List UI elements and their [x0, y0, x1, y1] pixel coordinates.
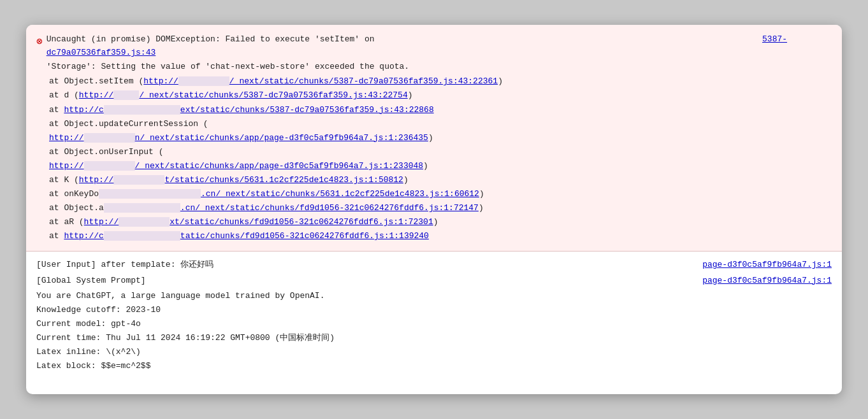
user-input-source-link[interactable]: page-d3f0c5af9fb964a7.js:1 — [702, 258, 832, 272]
stack-line-11: at aR (http://xt/static/chunks/fd9d1056-… — [49, 215, 832, 229]
system-prompt-content: You are ChatGPT, a large language model … — [36, 289, 832, 374]
error-section: ⊗ Uncaught (in promise) DOMException: Fa… — [26, 25, 842, 252]
error-message-line2: 'Storage': Setting the value of 'chat-ne… — [47, 62, 410, 71]
log-row-system-prompt-header: [Global System Prompt] page-d3f0c5af9fb9… — [36, 274, 832, 288]
log-content-system-prompt-header: [Global System Prompt] — [36, 274, 692, 288]
stack-line-6: at Object.onUserInput ( — [49, 145, 832, 159]
stack-link-5[interactable]: http://n/_next/static/chunks/app/page-d3… — [49, 133, 428, 143]
error-header: ⊗ Uncaught (in promise) DOMException: Fa… — [36, 32, 832, 73]
stack-line-5: http://n/_next/static/chunks/app/page-d3… — [49, 131, 832, 145]
stack-line-3: at http://cext/static/chunks/5387-dc79a0… — [49, 103, 832, 117]
log-section: [User Input] after template: 你还好吗 page-d… — [26, 252, 842, 380]
stack-line-12: at http://ctatic/chunks/fd9d1056-321c062… — [49, 229, 832, 243]
user-input-value: 你还好吗 — [180, 260, 213, 269]
system-prompt-source-link[interactable]: page-d3f0c5af9fb964a7.js:1 — [702, 274, 832, 288]
console-panel: ⊗ Uncaught (in promise) DOMException: Fa… — [26, 25, 842, 394]
system-prompt-label: [Global System Prompt] — [36, 276, 146, 285]
stack-line-1: at Object.setItem (http:///_next/static/… — [49, 75, 832, 89]
error-main-text: Uncaught (in promise) DOMException: Fail… — [47, 32, 832, 73]
user-input-label: [User Input] after template: — [36, 260, 175, 269]
error-icon: ⊗ — [36, 33, 43, 50]
stack-line-7: http:///_next/static/chunks/app/page-d3f… — [49, 159, 832, 173]
stack-link-3[interactable]: http://cext/static/chunks/5387-dc79a0753… — [64, 105, 433, 115]
stack-link-2[interactable]: http:///_next/static/chunks/5387-dc79a07… — [79, 90, 408, 100]
stack-line-9: at onKeyDo.cn/_next/static/chunks/5631.1… — [49, 187, 832, 201]
stack-link-11[interactable]: http://xt/static/chunks/fd9d1056-321c062… — [84, 217, 433, 227]
stack-trace: at Object.setItem (http:///_next/static/… — [36, 75, 832, 243]
stack-line-8: at K (http://t/static/chunks/5631.1c2cf2… — [49, 173, 832, 187]
stack-link-10[interactable]: .cn/_next/static/chunks/fd9d1056-321c062… — [104, 203, 479, 213]
stack-link-9[interactable]: .cn/_next/static/chunks/5631.1c2cf225de1… — [99, 189, 479, 199]
stack-link-1[interactable]: http:///_next/static/chunks/5387-dc79a07… — [143, 76, 498, 86]
stack-line-10: at Object.a.cn/_next/static/chunks/fd9d1… — [49, 201, 832, 215]
stack-link-12[interactable]: http://ctatic/chunks/fd9d1056-321c062427… — [64, 231, 429, 241]
stack-link-8[interactable]: http://t/static/chunks/5631.1c2cf225de1c… — [79, 175, 403, 185]
error-message-line1: Uncaught (in promise) DOMException: Fail… — [47, 34, 375, 44]
log-content-user-input: [User Input] after template: 你还好吗 — [36, 258, 692, 272]
log-row-user-input: [User Input] after template: 你还好吗 page-d… — [36, 258, 832, 272]
stack-link-7[interactable]: http:///_next/static/chunks/app/page-d3f… — [49, 161, 423, 171]
stack-line-4: at Object.updateCurrentSession ( — [49, 117, 832, 131]
stack-line-2: at d (http:///_next/static/chunks/5387-d… — [49, 89, 832, 103]
